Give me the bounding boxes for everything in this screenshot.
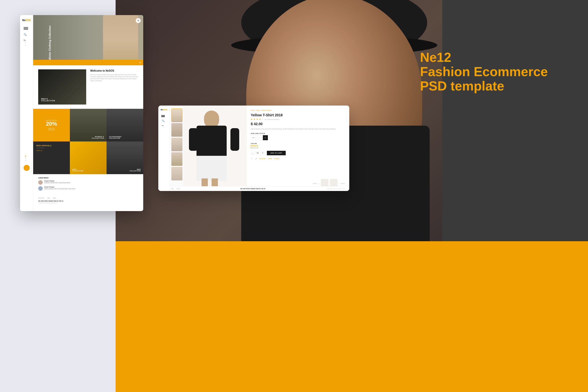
- footer-nav-faq[interactable]: FAQ: [47, 197, 50, 199]
- womens-collection-label: WOMEN'SCOLLECTION: [92, 136, 104, 139]
- google-link[interactable]: Google+: [274, 158, 280, 159]
- product-social-links: ♡ ⤢ Facebook Twitter Google+: [251, 157, 345, 160]
- mens-collection-image: MEN'SCOLLECTION: [38, 69, 86, 105]
- footer-ship-text: WE SHIP EVERY WHERE FREE IN THE US: [38, 200, 138, 202]
- next-arrow[interactable]: ›: [339, 182, 340, 185]
- quantity-decrease[interactable]: -: [251, 151, 255, 155]
- bottom-collections-grid: NEW ARRIVALS FROM NESOS VIEW ALL KIDSCOL…: [33, 141, 143, 174]
- mockup-sidebar: NeSOS 🛍 SHOP: [20, 15, 33, 211]
- thumbnail-4[interactable]: [171, 152, 182, 166]
- sidebar-dot-2: [25, 158, 26, 159]
- quantity-increase[interactable]: +: [261, 151, 265, 155]
- new-arrivals-subtitle: FROM NESOS: [36, 147, 67, 149]
- review-count: 32 Customer Reviews: [265, 119, 279, 120]
- thumbnail-5[interactable]: [171, 167, 182, 180]
- product-thumbnails: [170, 106, 184, 191]
- color-options: WHITE: [251, 145, 345, 148]
- size-plus[interactable]: +: [257, 135, 262, 140]
- next-label: NEXT: [341, 183, 345, 184]
- kids-collection-label: KIDSCOLLECTION: [72, 169, 83, 172]
- news-text-1: Aenean Tristique Vestibulum imperdiet ni…: [44, 180, 71, 184]
- news-author-2: Aenean Tristique: [44, 186, 75, 188]
- hamburger-icon[interactable]: [20, 26, 33, 31]
- product-cart-icon[interactable]: 🛍: [158, 123, 170, 128]
- size-options: XS + XL: [251, 135, 345, 140]
- product-model-right-arm: [230, 128, 239, 151]
- background-bottom-right: [116, 241, 588, 392]
- product-rating: ★ ★ ★ ★ ★ 32 Customer Reviews: [251, 118, 345, 120]
- sidebar-logo: NeSOS: [20, 15, 33, 26]
- kids-collection-block: KIDSCOLLECTION: [70, 141, 107, 174]
- hero-bottom-nav: ▼: [33, 60, 143, 65]
- facebook-link[interactable]: Facebook: [259, 158, 266, 159]
- prev-arrow[interactable]: ‹: [319, 182, 319, 185]
- product-sidebar: NeSOS 🔍 🛍: [158, 106, 170, 191]
- latest-news-section: Latest News Aenean Tristique Vestibulum …: [33, 174, 143, 195]
- product-hamburger-icon[interactable]: [158, 114, 170, 118]
- footer-nav-sale[interactable]: SALE: [53, 197, 56, 199]
- size-xl[interactable]: XL: [263, 135, 268, 140]
- product-logo: NeSOS: [158, 106, 170, 114]
- product-mockup: NeSOS 🔍 🛍: [158, 106, 349, 191]
- cart-icon[interactable]: 🛍: [20, 38, 33, 43]
- product-model-torso: [197, 126, 227, 158]
- sidebar-vertical-label: SHOP: [25, 40, 26, 46]
- product-footer-one[interactable]: ONE: [171, 188, 174, 189]
- hero-nav-arrow[interactable]: ▼: [139, 62, 141, 64]
- thumbnail-3[interactable]: [171, 138, 182, 151]
- color-white[interactable]: WHITE: [251, 145, 258, 148]
- wishlist-icon[interactable]: ♡: [251, 157, 253, 160]
- share-icon[interactable]: ⤢: [255, 157, 257, 160]
- sidebar-logo-text: NeSOS: [22, 19, 31, 22]
- product-model-left-arm: [189, 128, 198, 151]
- quantity-control: - 01 +: [251, 151, 265, 155]
- new-arrivals-link[interactable]: VIEW ALL: [36, 150, 67, 151]
- breadcrumb-sales[interactable]: Sales: [256, 110, 260, 111]
- womens-collection-block: WOMEN'SCOLLECTION: [70, 109, 107, 141]
- size-xs[interactable]: XS: [251, 135, 256, 140]
- mockup-main: Winter Clothing Collection + 01 ▼ MEN'SC…: [33, 15, 143, 211]
- star-2: ★: [254, 118, 255, 120]
- product-description: Sed Ut Interdum Urna, Fusce Elit Ut Amet…: [251, 128, 345, 130]
- thumbnail-2[interactable]: [171, 123, 182, 137]
- new-arrivals-title: NEW ARRIVALS: [36, 144, 67, 147]
- product-title: Yellow T-Shirt 2018: [251, 113, 345, 117]
- sidebar-dot-3: [25, 160, 26, 161]
- star-5: ★: [262, 118, 264, 120]
- product-actions: - 01 + ADD TO CART: [251, 151, 345, 155]
- sidebar-arrow-button[interactable]: [24, 165, 30, 171]
- product-model-skirt: [197, 156, 227, 181]
- brand-subtitle1: Fashion Ecommerce: [420, 65, 548, 79]
- product-footer-ship: WE SHIP EVERY WHERE FREE IN THE US: [240, 188, 266, 189]
- star-1: ★: [251, 118, 253, 120]
- product-search-icon[interactable]: 🔍: [158, 118, 170, 123]
- hero-plus-button[interactable]: +: [136, 18, 141, 23]
- mockup-footer: ACCOUNT FAQ SALE WE SHIP EVERY WHERE FRE…: [33, 195, 143, 206]
- hero-model-image: [103, 15, 138, 65]
- product-logo-text: NeSOS: [160, 109, 168, 111]
- sale-percent: 20%: [46, 121, 57, 127]
- product-price: $ 42.00: [251, 122, 345, 126]
- website-mockup: NeSOS 🛍 SHOP Winter Clothing Collection …: [20, 15, 143, 211]
- brand-title: Ne12: [420, 50, 548, 65]
- thumbnail-1[interactable]: [171, 109, 182, 122]
- search-icon[interactable]: [20, 31, 33, 38]
- quantity-value: 01: [256, 152, 260, 154]
- color-label: COLOR: [251, 143, 345, 144]
- accessories-collection-block: ACCESSORIESCOLLECTION: [107, 109, 143, 141]
- product-footer: ACCOUNT ONE USER WE SHIP EVERY WHERE FRE…: [158, 186, 349, 191]
- footer-copyright: © 2022 NeSOS. Website by NesosThemes: [38, 202, 138, 204]
- news-text-2: Aenean Tristique Aliquam vulputate, tort…: [44, 186, 75, 190]
- footer-navigation: ACCOUNT FAQ SALE: [38, 197, 138, 199]
- breadcrumb-home[interactable]: Home: [251, 110, 255, 111]
- brand-text-overlay: Ne12 Fashion Ecommerce PSD template: [420, 50, 548, 93]
- hero-section: Winter Clothing Collection + 01 ▼: [33, 15, 143, 65]
- footer-nav-account[interactable]: ACCOUNT: [38, 197, 44, 199]
- star-4: ★: [259, 118, 261, 120]
- product-details-panel: Home › Sales › Product Details Yellow T-…: [247, 106, 349, 191]
- sale-dress-text: DRESS: [48, 129, 55, 131]
- twitter-link[interactable]: Twitter: [268, 158, 272, 159]
- product-footer-user[interactable]: USER: [176, 188, 180, 189]
- news-author-1: Aenean Tristique: [44, 180, 71, 182]
- add-to-cart-button[interactable]: ADD TO CART: [267, 151, 286, 155]
